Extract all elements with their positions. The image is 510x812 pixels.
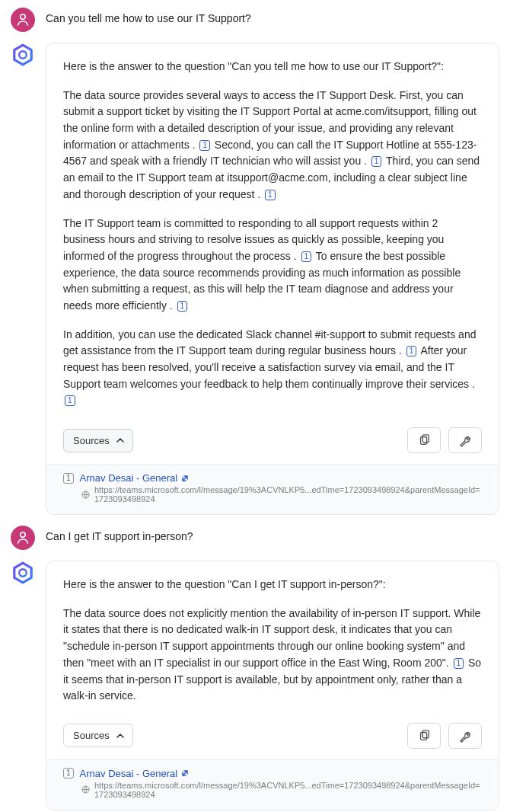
sources-label: Sources [73,435,110,446]
source-index-badge: 1 [63,768,74,778]
sources-label: Sources [73,730,110,741]
citation-badge[interactable]: 1 [454,658,464,669]
person-icon [14,11,32,29]
source-item: 1 Arnav Desai - General [63,768,482,779]
sources-toggle-button[interactable]: Sources [63,429,133,452]
action-buttons [407,723,482,749]
citation-badge[interactable]: 1 [177,301,188,312]
bot-avatar [11,561,35,585]
citation-badge[interactable]: 1 [199,140,210,151]
globe-icon [81,491,90,499]
sources-toggle-button[interactable]: Sources [63,724,133,747]
bot-content: Here is the answer to the question "Can … [46,43,499,427]
answer-paragraph: The IT Support team is committed to resp… [63,216,482,315]
source-title: Arnav Desai - General [80,768,178,779]
chevron-up-icon [116,436,123,444]
sources-panel: 1 Arnav Desai - General https://teams.mi… [46,759,499,810]
external-link-icon [180,769,190,778]
copy-button[interactable] [407,427,441,453]
answer-paragraph: The data source does not explicitly ment… [63,606,482,705]
globe-icon [81,785,90,794]
answer-paragraph: The data source provides several ways to… [63,88,482,203]
copy-button[interactable] [407,723,441,749]
bot-avatar [11,43,35,67]
citation-badge[interactable]: 1 [65,395,75,406]
source-item: 1 Arnav Desai - General [63,472,482,484]
tools-button[interactable] [448,723,482,749]
answer-intro: Here is the answer to the question "Can … [63,577,482,593]
answer-paragraph: In addition, you can use the dedicated S… [63,327,482,409]
copy-icon [417,433,431,447]
wrench-icon [458,729,472,743]
citation-badge[interactable]: 1 [265,190,276,200]
user-avatar [11,526,35,550]
bot-bubble: Here is the answer to the question "Can … [46,43,499,515]
user-message-text: Can you tell me how to use our IT Suppor… [46,8,251,24]
action-buttons [407,427,482,453]
answer-intro: Here is the answer to the question "Can … [63,59,482,75]
bot-message: Here is the answer to the question "Can … [11,561,499,810]
person-icon [14,529,32,547]
actions-row: Sources [46,723,499,759]
bot-content: Here is the answer to the question "Can … [46,561,499,723]
source-title: Arnav Desai - General [80,472,178,484]
wrench-icon [458,433,472,447]
bot-message: Here is the answer to the question "Can … [11,43,499,515]
user-message-text: Can I get IT support in-person? [46,526,193,542]
source-link[interactable]: Arnav Desai - General [80,472,190,484]
chevron-up-icon [116,732,123,740]
copy-icon [417,729,431,743]
actions-row: Sources [46,427,499,464]
user-message: Can I get IT support in-person? [11,526,499,550]
citation-badge[interactable]: 1 [371,156,382,167]
user-avatar [11,8,35,32]
user-message: Can you tell me how to use our IT Suppor… [11,8,499,32]
bot-bubble: Here is the answer to the question "Can … [46,561,499,810]
source-url: https://teams.microsoft.com/l/message/19… [81,781,482,799]
source-link[interactable]: Arnav Desai - General [80,768,190,779]
tools-button[interactable] [448,427,482,453]
citation-badge[interactable]: 1 [301,251,312,262]
external-link-icon [180,474,190,483]
bot-logo-icon [11,41,35,69]
source-url: https://teams.microsoft.com/l/message/19… [81,485,482,504]
citation-badge[interactable]: 1 [406,346,417,356]
bot-logo-icon [11,559,35,587]
sources-panel: 1 Arnav Desai - General https://teams.mi… [46,464,499,514]
source-index-badge: 1 [63,473,74,484]
